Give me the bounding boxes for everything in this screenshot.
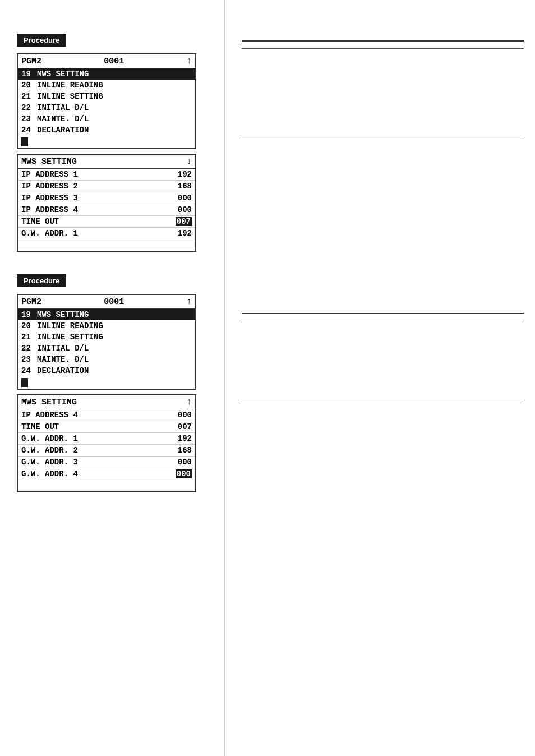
pgm-label-1: PGM2	[21, 57, 41, 66]
data-label: TIME OUT	[21, 422, 59, 431]
item-label: INITIAL D/L	[37, 344, 89, 353]
menu-header-1: PGM2 0001 ↑	[18, 54, 195, 68]
data-label: IP ADDRESS 3	[21, 193, 78, 202]
data-row-gw1-1: G.W. ADDR. 1 192	[18, 228, 195, 239]
data-header-2: MWS SETTING ↑	[18, 395, 195, 409]
menu-item-21-2[interactable]: 21 INLINE SETTING	[18, 331, 195, 343]
item-label: MWS SETTING	[37, 70, 89, 79]
data-value: 192	[178, 229, 192, 238]
item-label: DECLARATION	[37, 366, 89, 375]
cursor-row-data-2	[18, 480, 195, 491]
menu-item-19-1[interactable]: 19 MWS SETTING	[18, 68, 195, 80]
data-row-timeout-2: TIME OUT 007	[18, 421, 195, 433]
item-label: INLINE SETTING	[37, 92, 103, 101]
data-value: 000	[178, 458, 192, 467]
right-line-1	[242, 48, 524, 49]
right-line-2	[242, 139, 524, 139]
left-column: Procedure PGM2 0001 ↑ 19 MWS SETTING 20 …	[0, 0, 224, 756]
item-num: 20	[21, 81, 37, 90]
item-num: 21	[21, 333, 37, 342]
menu-item-22-1[interactable]: 22 INITIAL D/L	[18, 102, 195, 113]
menu-item-20-1[interactable]: 20 INLINE READING	[18, 80, 195, 91]
data-value: 000	[178, 411, 192, 420]
section-2: Procedure PGM2 0001 ↑ 19 MWS SETTING 20 …	[17, 274, 213, 492]
data-row-ip2-1: IP ADDRESS 2 168	[18, 181, 195, 192]
data-value: 168	[178, 446, 192, 455]
item-label: INITIAL D/L	[37, 103, 89, 112]
data-value: 007	[178, 422, 192, 431]
data-label: G.W. ADDR. 1	[21, 229, 78, 238]
data-panel-1: MWS SETTING ↓ IP ADDRESS 1 192 IP ADDRES…	[17, 154, 196, 252]
data-header-1: MWS SETTING ↓	[18, 155, 195, 169]
procedure-badge-2: Procedure	[17, 274, 66, 287]
menu-panel-2: PGM2 0001 ↑ 19 MWS SETTING 20 INLINE REA…	[17, 294, 196, 390]
right-line-4	[242, 403, 524, 403]
item-num: 21	[21, 92, 37, 101]
menu-item-24-1[interactable]: 24 DECLARATION	[18, 125, 195, 136]
item-label: MAINTE. D/L	[37, 355, 89, 364]
data-header-label-2: MWS SETTING	[21, 398, 77, 407]
menu-item-24-2[interactable]: 24 DECLARATION	[18, 365, 195, 376]
data-value: 192	[178, 434, 192, 443]
data-row-ip4-2: IP ADDRESS 4 000	[18, 409, 195, 421]
menu-item-19-2[interactable]: 19 MWS SETTING	[18, 309, 195, 320]
data-label: IP ADDRESS 1	[21, 170, 78, 179]
item-num: 20	[21, 321, 37, 330]
menu-item-23-1[interactable]: 23 MAINTE. D/L	[18, 113, 195, 125]
cursor-row-2	[18, 376, 195, 389]
cursor-row-data-1	[18, 239, 195, 251]
menu-item-20-2[interactable]: 20 INLINE READING	[18, 320, 195, 331]
item-label: DECLARATION	[37, 126, 89, 135]
menu-item-23-2[interactable]: 23 MAINTE. D/L	[18, 354, 195, 365]
data-label: G.W. ADDR. 2	[21, 446, 78, 455]
data-value: 192	[178, 170, 192, 179]
item-num: 19	[21, 70, 37, 79]
data-row-gw4-2: G.W. ADDR. 4 000	[18, 468, 195, 480]
cursor-2	[21, 378, 28, 387]
item-num: 23	[21, 355, 37, 364]
item-num: 24	[21, 126, 37, 135]
data-scroll-arrow-1: ↓	[186, 156, 192, 167]
item-label: MWS SETTING	[37, 310, 89, 319]
right-line-thick-1	[242, 40, 524, 42]
data-label: IP ADDRESS 2	[21, 182, 78, 191]
item-label: INLINE SETTING	[37, 333, 103, 342]
data-label: IP ADDRESS 4	[21, 205, 78, 214]
section-1: Procedure PGM2 0001 ↑ 19 MWS SETTING 20 …	[17, 34, 213, 252]
data-label: TIME OUT	[21, 217, 59, 226]
data-label: G.W. ADDR. 4	[21, 469, 78, 478]
item-num: 22	[21, 103, 37, 112]
right-line-3	[242, 321, 524, 321]
item-num: 24	[21, 366, 37, 375]
data-row-gw3-2: G.W. ADDR. 3 000	[18, 457, 195, 468]
cursor-1	[21, 137, 28, 146]
item-num: 22	[21, 344, 37, 353]
scroll-up-1: ↑	[186, 56, 192, 66]
menu-item-22-2[interactable]: 22 INITIAL D/L	[18, 343, 195, 354]
data-label: IP ADDRESS 4	[21, 411, 78, 420]
item-num: 19	[21, 310, 37, 319]
item-label: INLINE READING	[37, 321, 103, 330]
cursor-row-1	[18, 136, 195, 148]
scroll-up-2: ↑	[186, 297, 192, 307]
data-panel-2: MWS SETTING ↑ IP ADDRESS 4 000 TIME OUT …	[17, 394, 196, 492]
data-row-timeout-1: TIME OUT 007	[18, 216, 195, 228]
pgm-label-2: PGM2	[21, 297, 41, 307]
data-value: 007	[176, 217, 192, 226]
pgm-number-1: 0001	[104, 57, 124, 66]
data-header-label-1: MWS SETTING	[21, 157, 77, 167]
procedure-badge-1: Procedure	[17, 34, 66, 47]
data-row-gw2-2: G.W. ADDR. 2 168	[18, 445, 195, 457]
menu-panel-1: PGM2 0001 ↑ 19 MWS SETTING 20 INLINE REA…	[17, 53, 196, 149]
right-column	[224, 0, 535, 756]
data-row-ip4-1: IP ADDRESS 4 000	[18, 204, 195, 216]
item-label: MAINTE. D/L	[37, 114, 89, 123]
pgm-number-2: 0001	[104, 297, 124, 307]
right-line-thick-2	[242, 313, 524, 314]
data-label: G.W. ADDR. 3	[21, 458, 78, 467]
menu-item-21-1[interactable]: 21 INLINE SETTING	[18, 91, 195, 102]
data-scroll-arrow-2: ↑	[186, 397, 192, 407]
data-value: 000	[178, 193, 192, 202]
data-value: 168	[178, 182, 192, 191]
data-row-ip1-1: IP ADDRESS 1 192	[18, 169, 195, 181]
